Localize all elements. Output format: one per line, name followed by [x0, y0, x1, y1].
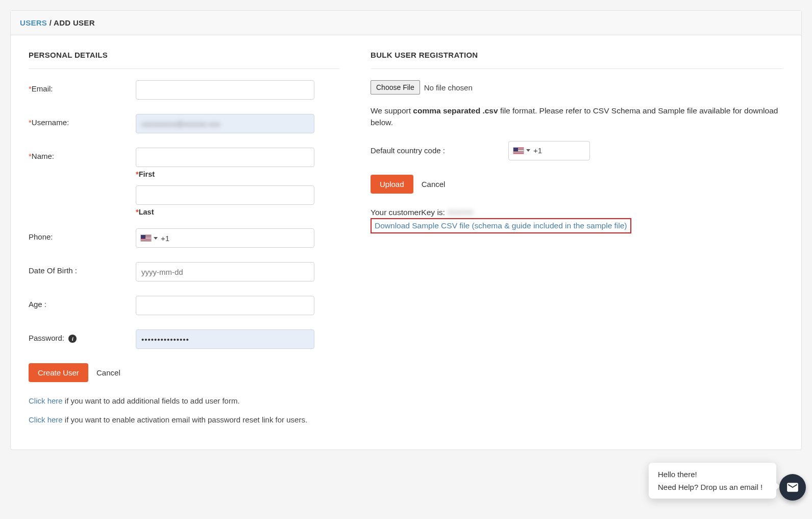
password-field[interactable]: •••••••••••••••: [136, 329, 314, 349]
customer-key-value: XXXXX: [447, 208, 474, 217]
breadcrumb-separator: /: [50, 18, 54, 27]
breadcrumb-users-link[interactable]: USERS: [20, 18, 47, 27]
personal-details-section: PERSONAL DETAILS *Email: *Username: xxxx…: [29, 45, 340, 434]
bulk-cancel-button[interactable]: Cancel: [415, 175, 452, 194]
last-name-field[interactable]: [136, 185, 314, 205]
default-country-code-select[interactable]: +1: [508, 141, 590, 160]
bulk-registration-title: BULK USER REGISTRATION: [371, 45, 783, 69]
us-flag-icon: [140, 234, 152, 242]
us-flag-icon: [513, 147, 524, 154]
email-field[interactable]: [136, 80, 314, 100]
download-sample-highlight: Download Sample CSV file (schema & guide…: [371, 218, 631, 233]
username-field[interactable]: xxxxxxxxx@xxxxxx.xxx: [136, 114, 314, 133]
additional-fields-link[interactable]: Click here: [29, 396, 63, 405]
cancel-button[interactable]: Cancel: [90, 363, 127, 382]
bulk-registration-section: BULK USER REGISTRATION Choose File No fi…: [371, 45, 783, 434]
last-name-sublabel: *Last: [136, 208, 314, 216]
customer-key-line: Your customerKey is: XXXXX: [371, 208, 783, 217]
personal-details-title: PERSONAL DETAILS: [29, 45, 340, 69]
password-label: Password: i: [29, 329, 136, 343]
default-country-code-label: Default country code :: [371, 146, 508, 155]
csv-support-text: We support comma separated .csv file for…: [371, 105, 783, 129]
name-label: *Name:: [29, 148, 136, 160]
first-name-sublabel: *First: [136, 170, 314, 178]
info-icon[interactable]: i: [68, 335, 77, 343]
dob-field[interactable]: [136, 262, 314, 281]
helper-activation-email: Click here if you want to enable activat…: [29, 415, 340, 424]
first-name-field[interactable]: [136, 148, 314, 167]
username-label: *Username:: [29, 114, 136, 127]
upload-button[interactable]: Upload: [371, 175, 413, 194]
phone-field[interactable]: +1: [136, 228, 314, 248]
helper-additional-fields: Click here if you want to add additional…: [29, 396, 340, 405]
file-chosen-status: No file chosen: [424, 83, 473, 92]
download-sample-csv-link[interactable]: Download Sample CSV file (schema & guide…: [375, 221, 627, 230]
breadcrumb-current: ADD USER: [54, 18, 95, 27]
create-user-button[interactable]: Create User: [29, 363, 88, 382]
age-label: Age :: [29, 296, 136, 309]
dob-label: Date Of Birth :: [29, 262, 136, 275]
age-field[interactable]: [136, 296, 314, 315]
default-country-code-value: +1: [533, 146, 546, 155]
phone-country-code: +1: [161, 234, 174, 243]
breadcrumb: USERS / ADD USER: [11, 11, 801, 35]
chevron-down-icon[interactable]: [526, 149, 530, 152]
email-label: *Email:: [29, 80, 136, 93]
chevron-down-icon[interactable]: [154, 237, 158, 240]
activation-email-link[interactable]: Click here: [29, 415, 63, 424]
choose-file-button[interactable]: Choose File: [371, 80, 420, 95]
phone-label: Phone:: [29, 228, 136, 241]
